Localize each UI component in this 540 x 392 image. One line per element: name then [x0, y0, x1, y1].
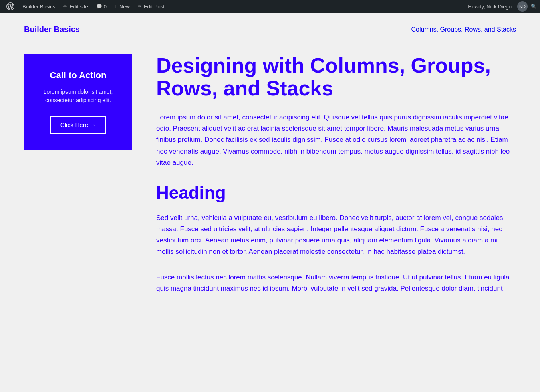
edit-icon: ✏ — [138, 4, 142, 9]
pencil-icon: ✏ — [63, 4, 67, 9]
wp-logo-menu[interactable] — [3, 0, 18, 13]
adminbar-user-avatar[interactable]: ND — [517, 1, 528, 12]
comment-icon: 💬 — [96, 4, 102, 9]
cta-text: Lorem ipsum dolor sit amet, consectetur … — [36, 88, 120, 105]
post-title: Designing with Columns, Groups, Rows, an… — [156, 54, 516, 100]
cta-widget: Call to Action Lorem ipsum dolor sit ame… — [24, 54, 132, 150]
post-sub-heading: Heading — [156, 183, 516, 203]
site-nav: Columns, Groups, Rows, and Stacks — [411, 26, 516, 33]
adminbar-edit-site[interactable]: ✏ Edit site — [60, 0, 91, 13]
post-paragraph-3: Fusce mollis lectus nec lorem mattis sce… — [156, 272, 516, 294]
site-header: Builder Basics Columns, Groups, Rows, an… — [0, 13, 540, 46]
adminbar-edit-post[interactable]: ✏ Edit Post — [135, 0, 168, 13]
admin-bar: Builder Basics ✏ Edit site 💬 0 + New ✏ E… — [0, 0, 540, 13]
adminbar-edit-site-label: Edit site — [69, 4, 88, 10]
adminbar-edit-post-label: Edit Post — [144, 4, 165, 10]
adminbar-user-greeting: Howdy, Nick Diego — [468, 4, 512, 10]
cta-title: Call to Action — [36, 70, 120, 81]
adminbar-comments[interactable]: 💬 0 — [93, 0, 110, 13]
nav-item-columns[interactable]: Columns, Groups, Rows, and Stacks — [411, 26, 516, 33]
adminbar-new-label: New — [119, 4, 130, 10]
post-content: Designing with Columns, Groups, Rows, an… — [156, 54, 516, 309]
adminbar-search-icon[interactable]: 🔍 — [531, 4, 537, 9]
post-paragraph-2: Sed velit urna, vehicula a vulputate eu,… — [156, 212, 516, 257]
adminbar-site-name[interactable]: Builder Basics — [19, 0, 58, 13]
plus-icon: + — [115, 4, 117, 9]
comment-count-label: 0 — [104, 4, 107, 10]
site-content: Call to Action Lorem ipsum dolor sit ame… — [0, 46, 540, 333]
cta-button[interactable]: Click Here → — [50, 116, 106, 134]
site-title[interactable]: Builder Basics — [24, 25, 80, 34]
adminbar-new[interactable]: + New — [111, 0, 133, 13]
adminbar-site-label: Builder Basics — [22, 4, 55, 10]
post-paragraph-1: Lorem ipsum dolor sit amet, consectetur … — [156, 112, 516, 168]
